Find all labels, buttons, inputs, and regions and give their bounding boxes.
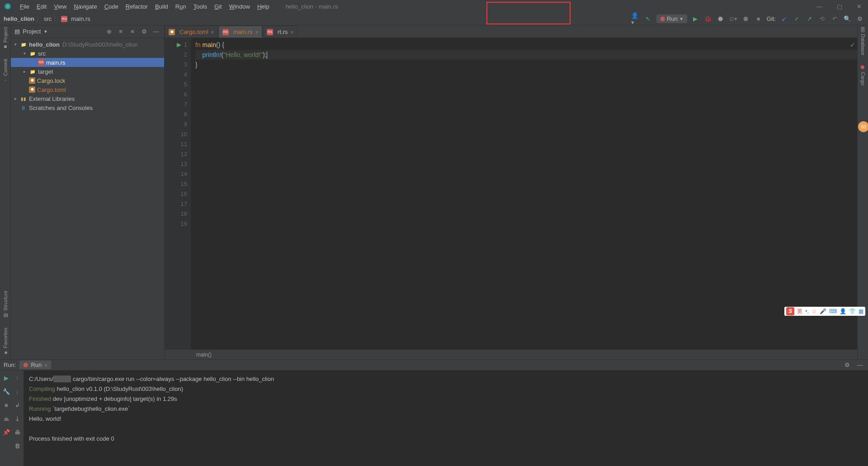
window-title: hello_clion - main.rs	[286, 3, 338, 10]
breadcrumb[interactable]: hello_clion 〉 src 〉 RS main.rs	[4, 15, 90, 23]
editor-tab-main-rs[interactable]: RS main.rs ×	[218, 26, 262, 38]
locate-file-icon[interactable]: ⊕	[104, 27, 113, 36]
run-configuration-selector[interactable]: ⬣ Run ▼	[656, 14, 687, 23]
git-commit-icon[interactable]: ✓	[792, 14, 801, 24]
git-pull-icon[interactable]: ↙	[779, 14, 788, 24]
down-arrow-icon[interactable]: ↓	[13, 387, 22, 396]
ime-punct-icon[interactable]: •,	[805, 308, 809, 314]
menu-window[interactable]: Window	[226, 3, 254, 10]
ime-skin-icon[interactable]: 👕	[849, 308, 856, 314]
title-bar: File Edit View Navigate Code Refactor Bu…	[0, 0, 868, 13]
minimize-button[interactable]: —	[814, 3, 825, 10]
rerun-button[interactable]: ▶	[2, 373, 11, 382]
left-tab-favorites[interactable]: ★Favorites	[2, 328, 8, 356]
close-tab-icon[interactable]: ×	[290, 29, 293, 35]
editor-gutter[interactable]: ▶1 2 3 4 5 6 7 8 9 10 11 12 13 14 15 16 …	[165, 38, 191, 349]
right-tab-cargo[interactable]: ⬣Cargo	[860, 64, 866, 86]
scroll-end-icon[interactable]: ⤓	[13, 414, 22, 423]
ime-toolbox-icon[interactable]: ▦	[859, 308, 863, 314]
search-everywhere-icon[interactable]: 🔍	[843, 14, 852, 24]
build-hammer-icon[interactable]: ↖	[644, 14, 653, 24]
menu-file[interactable]: File	[16, 3, 33, 10]
editor-tab-rt-rs[interactable]: RS rt.rs ×	[263, 26, 297, 38]
right-tab-database[interactable]: 🗄Database	[860, 27, 866, 55]
ime-toolbar[interactable]: S 英 •, ☺ 🎤 ⌨ 👤 👕 ▦	[784, 307, 865, 316]
pin-icon[interactable]: 📌	[2, 428, 11, 437]
expand-all-icon[interactable]: ≡	[116, 27, 125, 36]
close-tab-icon[interactable]: ×	[44, 362, 47, 368]
hide-panel-icon[interactable]: —	[151, 27, 160, 36]
maximize-button[interactable]: ▢	[834, 3, 845, 10]
settings-icon[interactable]: ⚙	[855, 14, 864, 24]
ime-mic-icon[interactable]: 🎤	[820, 308, 826, 314]
debug-button[interactable]: 🐞	[703, 14, 712, 24]
tree-node-src[interactable]: ▾ 📁 src	[11, 49, 164, 58]
tree-node-external-libraries[interactable]: ▸ ▮▮ External Libraries	[11, 94, 164, 103]
up-arrow-icon[interactable]: ↑	[13, 373, 22, 382]
run-output[interactable]: C:/Users/xxxxxx cargo/bin/cargo.exe run …	[24, 371, 868, 466]
project-view-selector[interactable]: ▤ Project ▼	[14, 28, 47, 35]
left-tab-commit[interactable]: ◦Commit	[3, 59, 8, 83]
menu-edit[interactable]: Edit	[33, 3, 50, 10]
run-panel-settings-icon[interactable]: ⚙	[843, 361, 852, 370]
close-tab-icon[interactable]: ×	[255, 29, 258, 35]
breadcrumb-root[interactable]: hello_clion	[4, 15, 34, 22]
tree-node-cargo-toml[interactable]: ⬣ Cargo.toml	[11, 85, 164, 94]
trash-icon[interactable]: 🗑	[13, 441, 22, 450]
attach-button[interactable]: ⬣	[741, 14, 750, 24]
ime-emoji-icon[interactable]: ☺	[811, 308, 817, 314]
cargo-file-icon: ⬣	[29, 77, 35, 84]
code-area[interactable]: fn main() { println!("Hello, world!"); }…	[191, 38, 857, 349]
profile-button[interactable]: ⊙▾	[729, 14, 738, 24]
menu-navigate[interactable]: Navigate	[70, 3, 100, 10]
editor-body[interactable]: ▶1 2 3 4 5 6 7 8 9 10 11 12 13 14 15 16 …	[165, 38, 857, 349]
git-rollback-icon[interactable]: ↶	[830, 14, 839, 24]
tree-node-scratches[interactable]: 🗎 Scratches and Consoles	[11, 103, 164, 112]
close-tab-icon[interactable]: ×	[211, 29, 214, 35]
hide-panel-icon[interactable]: —	[855, 361, 864, 370]
ime-user-icon[interactable]: 👤	[840, 308, 846, 314]
ime-lang[interactable]: 英	[797, 308, 802, 315]
ide-badge[interactable]: 83	[858, 121, 868, 132]
project-panel-header: ▤ Project ▼ ⊕ ≡ ≡ ⚙ —	[11, 25, 164, 38]
print-icon[interactable]: 🖶	[13, 428, 22, 437]
menu-view[interactable]: View	[50, 3, 70, 10]
run-header-label: Run:	[4, 361, 16, 368]
panel-settings-icon[interactable]: ⚙	[140, 27, 149, 36]
coverage-button[interactable]: ⬣	[716, 14, 725, 24]
breadcrumb-src[interactable]: src	[44, 15, 52, 22]
close-button[interactable]: ✕	[854, 3, 864, 10]
inspection-ok-icon[interactable]: ✓	[850, 40, 855, 50]
tree-node-target[interactable]: ▸ 📁 target	[11, 67, 164, 76]
editor-breadcrumb[interactable]: main()	[165, 349, 857, 359]
menu-code[interactable]: Code	[101, 3, 122, 10]
project-tree[interactable]: ▾ 📁 hello_clion D:\StudyRust\003\hello_c…	[11, 38, 164, 114]
tree-node-main-rs[interactable]: RS main.rs	[11, 58, 164, 67]
user-icon[interactable]: 👤▾	[631, 14, 640, 24]
soft-wrap-icon[interactable]: ↲	[13, 400, 22, 409]
run-button[interactable]: ▶	[691, 14, 700, 24]
run-gutter-icon[interactable]: ▶	[177, 40, 181, 50]
breadcrumb-file[interactable]: main.rs	[71, 15, 90, 22]
menu-run[interactable]: Run	[172, 3, 190, 10]
editor-tab-cargo-toml[interactable]: ⬣ Cargo.toml ×	[165, 26, 218, 38]
menu-build[interactable]: Build	[151, 3, 172, 10]
menu-git[interactable]: Git	[211, 3, 226, 10]
left-tab-project[interactable]: ■Project	[3, 27, 8, 50]
run-tab[interactable]: ⬣ Run ×	[19, 361, 51, 369]
ime-keyboard-icon[interactable]: ⌨	[829, 308, 837, 314]
tree-node-root[interactable]: ▾ 📁 hello_clion D:\StudyRust\003\hello_c…	[11, 40, 164, 49]
left-tab-structure[interactable]: ▤Structure	[2, 290, 8, 319]
chevron-down-icon: ▼	[43, 29, 47, 34]
menu-help[interactable]: Help	[254, 3, 273, 10]
chevron-down-icon: ▾	[14, 42, 20, 47]
git-push-icon[interactable]: ↗	[805, 14, 814, 24]
git-history-icon[interactable]: ⟲	[817, 14, 826, 24]
collapse-all-icon[interactable]: ≡	[128, 27, 137, 36]
exit-icon[interactable]: ⏏	[2, 414, 11, 423]
tree-node-cargo-lock[interactable]: ⬣ Cargo.lock	[11, 76, 164, 85]
menu-refactor[interactable]: Refactor	[122, 3, 151, 10]
chevron-right-icon: 〉	[36, 15, 42, 23]
wrench-icon[interactable]: 🔧	[2, 387, 11, 396]
menu-tools[interactable]: Tools	[190, 3, 211, 10]
